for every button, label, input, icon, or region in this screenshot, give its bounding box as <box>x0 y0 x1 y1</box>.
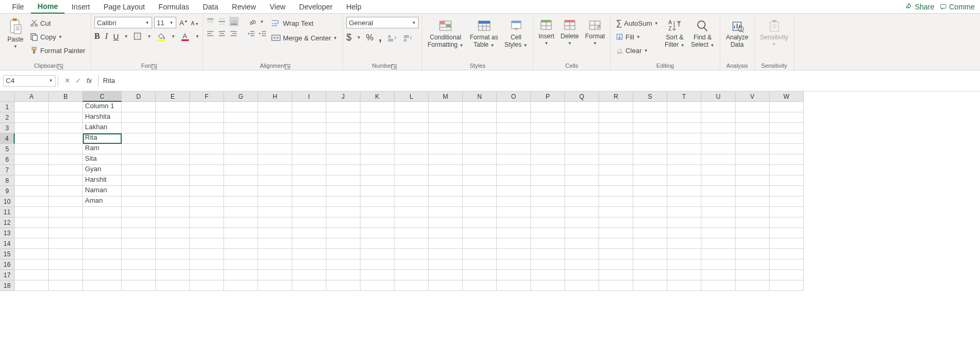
cell-F6[interactable] <box>190 154 224 165</box>
cell-R1[interactable] <box>599 102 633 112</box>
column-header-Q[interactable]: Q <box>565 91 599 102</box>
cell-T9[interactable] <box>667 186 701 196</box>
cell-F5[interactable] <box>190 144 224 154</box>
cell-K6[interactable] <box>360 154 395 165</box>
cell-A10[interactable] <box>15 196 49 207</box>
cell-C14[interactable] <box>83 238 122 249</box>
cell-N14[interactable] <box>463 238 497 249</box>
cell-E13[interactable] <box>156 228 190 238</box>
cell-I14[interactable] <box>292 238 326 249</box>
cell-T16[interactable] <box>667 259 701 270</box>
cell-E6[interactable] <box>156 154 190 165</box>
cell-Q2[interactable] <box>565 112 599 123</box>
cell-T5[interactable] <box>667 144 701 154</box>
cell-K8[interactable] <box>360 175 395 186</box>
cell-J3[interactable] <box>326 123 360 133</box>
cell-Q11[interactable] <box>565 207 599 217</box>
cell-M14[interactable] <box>429 238 463 249</box>
cell-G3[interactable] <box>224 123 258 133</box>
cell-Q14[interactable] <box>565 238 599 249</box>
cell-M6[interactable] <box>429 154 463 165</box>
cell-A18[interactable] <box>15 280 49 291</box>
cell-R12[interactable] <box>599 217 633 228</box>
cell-G15[interactable] <box>224 249 258 259</box>
column-header-R[interactable]: R <box>599 91 633 102</box>
align-center-button[interactable] <box>218 29 226 38</box>
cell-S13[interactable] <box>633 228 667 238</box>
cell-R3[interactable] <box>599 123 633 133</box>
cell-R6[interactable] <box>599 154 633 165</box>
cell-B13[interactable] <box>49 228 83 238</box>
cell-Q12[interactable] <box>565 217 599 228</box>
cell-B8[interactable] <box>49 175 83 186</box>
cell-K5[interactable] <box>360 144 395 154</box>
cancel-formula-button[interactable]: ✕ <box>65 77 70 85</box>
cell-K2[interactable] <box>360 112 395 123</box>
cell-B1[interactable] <box>49 102 83 112</box>
cell-V5[interactable] <box>736 144 770 154</box>
cell-P17[interactable] <box>531 270 565 280</box>
cell-M5[interactable] <box>429 144 463 154</box>
cell-C11[interactable] <box>83 207 122 217</box>
cell-P18[interactable] <box>531 280 565 291</box>
cell-T12[interactable] <box>667 217 701 228</box>
cell-G12[interactable] <box>224 217 258 228</box>
insert-cells-button[interactable]: Insert▼ <box>536 17 556 48</box>
formula-input[interactable]: Rita <box>98 75 980 87</box>
column-header-I[interactable]: I <box>292 91 326 102</box>
cell-F9[interactable] <box>190 186 224 196</box>
cell-K12[interactable] <box>360 217 395 228</box>
cell-A11[interactable] <box>15 207 49 217</box>
cell-N11[interactable] <box>463 207 497 217</box>
tab-developer[interactable]: Developer <box>292 1 339 13</box>
cell-N8[interactable] <box>463 175 497 186</box>
cell-U4[interactable] <box>701 133 736 144</box>
cell-W16[interactable] <box>770 259 804 270</box>
cell-H13[interactable] <box>258 228 292 238</box>
cell-W9[interactable] <box>770 186 804 196</box>
row-header-15[interactable]: 15 <box>0 249 15 259</box>
cell-L3[interactable] <box>395 123 429 133</box>
cell-I16[interactable] <box>292 259 326 270</box>
cell-O7[interactable] <box>497 165 531 175</box>
cell-O2[interactable] <box>497 112 531 123</box>
cell-Q17[interactable] <box>565 270 599 280</box>
cell-S6[interactable] <box>633 154 667 165</box>
fill-button[interactable]: Fill▼ <box>614 30 661 43</box>
cell-W5[interactable] <box>770 144 804 154</box>
clear-button[interactable]: Clear▼ <box>614 44 661 57</box>
cell-N1[interactable] <box>463 102 497 112</box>
clipboard-dialog-launcher[interactable]: ↘ <box>58 64 63 69</box>
cell-F14[interactable] <box>190 238 224 249</box>
cell-F10[interactable] <box>190 196 224 207</box>
cell-R10[interactable] <box>599 196 633 207</box>
cell-V9[interactable] <box>736 186 770 196</box>
cell-T13[interactable] <box>667 228 701 238</box>
cell-A15[interactable] <box>15 249 49 259</box>
row-header-1[interactable]: 1 <box>0 102 15 112</box>
cell-O4[interactable] <box>497 133 531 144</box>
cell-N2[interactable] <box>463 112 497 123</box>
cell-I13[interactable] <box>292 228 326 238</box>
cell-M3[interactable] <box>429 123 463 133</box>
cell-L15[interactable] <box>395 249 429 259</box>
cell-U10[interactable] <box>701 196 736 207</box>
cell-N10[interactable] <box>463 196 497 207</box>
cell-N18[interactable] <box>463 280 497 291</box>
cell-D4[interactable] <box>122 133 156 144</box>
tab-file[interactable]: File <box>5 1 31 13</box>
cell-H16[interactable] <box>258 259 292 270</box>
cell-Q9[interactable] <box>565 186 599 196</box>
cell-A14[interactable] <box>15 238 49 249</box>
cell-B5[interactable] <box>49 144 83 154</box>
cell-O3[interactable] <box>497 123 531 133</box>
cell-S1[interactable] <box>633 102 667 112</box>
cell-Q16[interactable] <box>565 259 599 270</box>
cell-A7[interactable] <box>15 165 49 175</box>
cell-D1[interactable] <box>122 102 156 112</box>
sort-filter-button[interactable]: AZSort &Filter ▼ <box>663 17 687 50</box>
row-header-8[interactable]: 8 <box>0 175 15 186</box>
cell-W2[interactable] <box>770 112 804 123</box>
cell-E4[interactable] <box>156 133 190 144</box>
tab-review[interactable]: Review <box>225 1 263 13</box>
